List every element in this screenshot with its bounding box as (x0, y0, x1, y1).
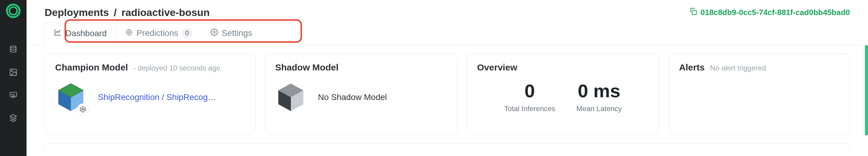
database-icon[interactable] (9, 45, 18, 55)
shadow-card: Shadow Model No Shadow Model (265, 54, 458, 135)
layers-icon[interactable] (9, 114, 18, 123)
content: Champion Model - deployed 10 seconds ago… (27, 45, 868, 135)
app-logo[interactable] (6, 4, 21, 18)
shadow-cube-icon (275, 82, 307, 113)
tab-dashboard-label: Dashboard (65, 29, 107, 38)
champion-model-link[interactable]: ShipRecognition / ShipRecog… (98, 92, 216, 102)
main: Deployments / radioactive-bosun 018c8db9… (27, 0, 868, 156)
polyhedron-icon (77, 103, 89, 115)
svg-point-6 (128, 31, 130, 33)
svg-point-0 (10, 46, 16, 48)
stat-total-inferences: 0 Total Inferences (504, 82, 555, 113)
overview-title: Overview (477, 62, 517, 72)
tab-predictions[interactable]: Predictions 0 (116, 23, 201, 45)
tab-dashboard[interactable]: Dashboard (44, 23, 116, 45)
svg-point-5 (126, 30, 131, 35)
champion-subtitle: - deployed 10 seconds ago (133, 64, 220, 72)
tab-settings[interactable]: Settings (201, 23, 261, 45)
next-card-peek (44, 143, 850, 151)
alerts-title: Alerts (679, 62, 705, 72)
alerts-card: Alerts No alert triggered (669, 54, 850, 135)
breadcrumb-root[interactable]: Deployments (44, 7, 109, 19)
sidebar (0, 0, 27, 156)
deployment-id-copy[interactable]: 018c8db9-0cc5-74cf-881f-cad0bb45bad0 (689, 7, 850, 18)
svg-rect-4 (692, 10, 696, 15)
breadcrumb: Deployments / radioactive-bosun (44, 7, 210, 19)
copy-icon (689, 7, 698, 18)
image-icon[interactable] (9, 68, 18, 78)
sidebar-nav (9, 45, 18, 123)
presentation-icon[interactable] (9, 91, 18, 101)
breadcrumb-current: radioactive-bosun (121, 7, 210, 19)
champion-cube-icon (55, 82, 87, 113)
alerts-none-text: No alert triggered (710, 64, 766, 72)
chart-line-icon (54, 28, 62, 38)
tabs: Dashboard Predictions 0 Settings (27, 19, 868, 45)
mean-latency-label: Mean Latency (576, 104, 622, 113)
tab-predictions-label: Predictions (136, 28, 179, 38)
total-inferences-label: Total Inferences (504, 104, 555, 113)
stat-mean-latency: 0 ms Mean Latency (576, 82, 622, 113)
breadcrumb-sep: / (114, 7, 117, 19)
shadow-title: Shadow Model (275, 62, 338, 72)
champion-card: Champion Model - deployed 10 seconds ago… (44, 54, 255, 135)
target-icon (125, 28, 133, 38)
total-inferences-value: 0 (504, 82, 555, 100)
shadow-none-text: No Shadow Model (318, 92, 387, 102)
champion-title: Champion Model (55, 62, 128, 72)
svg-point-7 (213, 31, 215, 33)
scrollbar[interactable] (865, 45, 868, 135)
header: Deployments / radioactive-bosun 018c8db9… (27, 0, 868, 19)
deployment-id-text: 018c8db9-0cc5-74cf-881f-cad0bb45bad0 (701, 8, 850, 17)
overview-card: Overview 0 Total Inferences 0 ms Mean La… (467, 54, 659, 135)
mean-latency-value: 0 ms (576, 82, 622, 100)
svg-point-2 (11, 70, 13, 72)
tab-settings-label: Settings (222, 28, 252, 38)
predictions-count-badge: 0 (182, 28, 192, 38)
gear-icon (210, 28, 218, 38)
